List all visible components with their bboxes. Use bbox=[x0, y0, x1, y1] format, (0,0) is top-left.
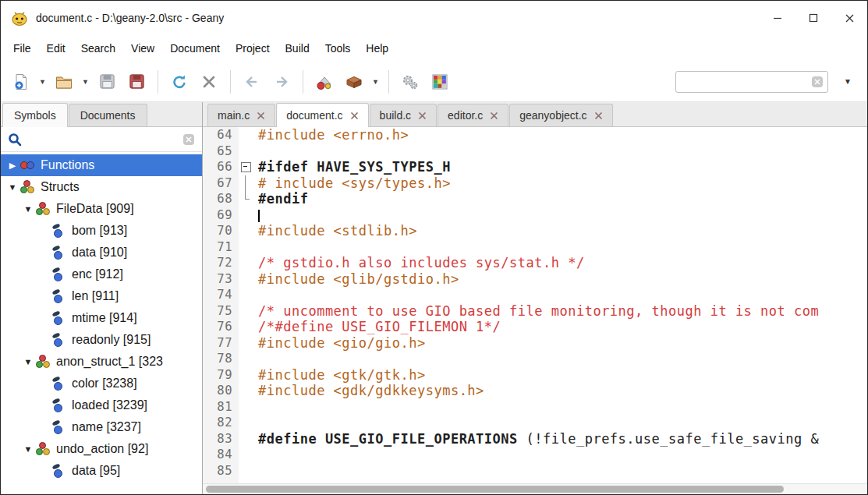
expander-icon[interactable]: ▶ bbox=[5, 161, 19, 171]
revert-button[interactable] bbox=[165, 67, 193, 97]
menu-help[interactable]: Help bbox=[358, 37, 396, 60]
tab-close-icon[interactable] bbox=[594, 111, 603, 120]
code-line[interactable]: 73#include <glib/gstdio.h> bbox=[203, 271, 867, 288]
fold-margin bbox=[239, 287, 253, 303]
menu-build[interactable]: Build bbox=[278, 37, 317, 60]
code-line[interactable]: 82 bbox=[203, 415, 867, 431]
open-file-dropdown-icon[interactable]: ▼ bbox=[80, 67, 91, 97]
code-line[interactable]: 71 bbox=[203, 239, 867, 256]
tree-item[interactable]: ▼undo_action [92] bbox=[1, 438, 202, 460]
code-line[interactable]: 79#include <gtk/gtk.h> bbox=[203, 367, 867, 384]
editor-tab-document.c[interactable]: document.c bbox=[276, 103, 368, 127]
expander-icon[interactable]: ▼ bbox=[5, 182, 19, 192]
fold-marker-icon[interactable] bbox=[239, 159, 253, 175]
tab-close-icon[interactable] bbox=[257, 111, 265, 120]
tab-close-icon[interactable] bbox=[350, 111, 359, 120]
editor-tabs: main.cdocument.cbuild.ceditor.cgeanyobje… bbox=[203, 102, 867, 127]
editor-tab-main.c[interactable]: main.c bbox=[207, 104, 275, 126]
tab-close-icon[interactable] bbox=[418, 111, 427, 120]
save-all-button[interactable] bbox=[122, 67, 151, 97]
code-line[interactable]: 70#include <stdlib.h> bbox=[203, 223, 867, 239]
horizontal-scrollbar[interactable] bbox=[203, 483, 867, 494]
line-number: 84 bbox=[203, 447, 239, 463]
execute-button[interactable] bbox=[396, 67, 424, 97]
tree-item-label: mtime [914] bbox=[72, 311, 137, 325]
build-dropdown-icon[interactable]: ▼ bbox=[370, 67, 381, 97]
save-button[interactable] bbox=[93, 67, 121, 97]
code-line[interactable]: 78 bbox=[203, 351, 867, 367]
menu-view[interactable]: View bbox=[123, 37, 162, 60]
menu-search[interactable]: Search bbox=[73, 37, 123, 60]
tree-item[interactable]: readonly [915] bbox=[1, 329, 202, 351]
new-file-button[interactable] bbox=[7, 67, 35, 97]
scrollbar-thumb[interactable] bbox=[206, 486, 784, 493]
sidebar-tab-symbols[interactable]: Symbols bbox=[2, 103, 68, 127]
expander-icon[interactable]: ▼ bbox=[21, 204, 35, 214]
code-line[interactable]: 66#ifdef HAVE_SYS_TYPES_H bbox=[203, 159, 867, 175]
tree-item[interactable]: mtime [914] bbox=[1, 307, 202, 329]
tree-item[interactable]: color [3238] bbox=[1, 373, 202, 394]
editor-tab-geanyobject.c[interactable]: geanyobject.c bbox=[509, 104, 612, 126]
expander-icon[interactable]: ▼ bbox=[21, 444, 35, 454]
close-button[interactable] bbox=[831, 1, 867, 35]
menu-edit[interactable]: Edit bbox=[39, 37, 73, 60]
menu-document[interactable]: Document bbox=[162, 37, 228, 60]
expander-icon[interactable]: ▼ bbox=[21, 357, 35, 366]
code-line[interactable]: 76/*#define USE_GIO_FILEMON 1*/ bbox=[203, 319, 867, 335]
code-line[interactable]: 83#define USE_GIO_FILE_OPERATIONS (!file… bbox=[203, 431, 867, 447]
minimize-button[interactable] bbox=[760, 1, 795, 35]
symbol-search-input[interactable] bbox=[27, 130, 177, 149]
code-line[interactable]: 65 bbox=[203, 143, 867, 160]
code-area[interactable]: 64#include <errno.h>6566#ifdef HAVE_SYS_… bbox=[203, 127, 867, 483]
maximize-button[interactable] bbox=[795, 1, 831, 35]
navigate-back-button[interactable] bbox=[238, 67, 266, 97]
code-text: # include <sys/types.h> bbox=[253, 175, 867, 192]
code-line[interactable]: 74 bbox=[203, 287, 867, 303]
tree-item[interactable]: ▼FileData [909] bbox=[1, 198, 202, 220]
code-line[interactable]: 68#endif bbox=[203, 191, 867, 207]
menu-tools[interactable]: Tools bbox=[317, 37, 359, 60]
code-line[interactable]: 81 bbox=[203, 399, 867, 415]
navigate-forward-button[interactable] bbox=[267, 67, 296, 97]
code-line[interactable]: 75/* uncomment to use GIO based file mon… bbox=[203, 303, 867, 320]
text-caret bbox=[258, 210, 260, 222]
tree-item-label: Structs bbox=[41, 180, 80, 194]
tree-item[interactable]: ▼anon_struct_1 [323 bbox=[1, 351, 202, 373]
color-chooser-button[interactable] bbox=[426, 67, 454, 97]
tree-item[interactable]: ▼Structs bbox=[1, 176, 202, 198]
build-button[interactable] bbox=[340, 67, 368, 97]
editor-tab-editor.c[interactable]: editor.c bbox=[438, 104, 508, 126]
tree-item[interactable]: enc [912] bbox=[1, 263, 202, 285]
code-line[interactable]: 80#include <gdk/gdkkeysyms.h> bbox=[203, 383, 867, 399]
editor-tab-build.c[interactable]: build.c bbox=[370, 104, 437, 126]
close-file-button[interactable] bbox=[195, 67, 223, 97]
toolbar-search-input[interactable] bbox=[675, 71, 828, 93]
code-line[interactable]: 84 bbox=[203, 447, 867, 463]
tree-item[interactable]: bom [913] bbox=[1, 220, 202, 242]
tree-item[interactable]: data [95] bbox=[1, 460, 202, 482]
fold-margin bbox=[239, 223, 253, 239]
menu-file[interactable]: File bbox=[5, 37, 39, 60]
toolbar-overflow-icon[interactable]: ▼ bbox=[838, 67, 858, 97]
tree-item[interactable]: data [910] bbox=[1, 242, 202, 263]
menu-project[interactable]: Project bbox=[228, 37, 278, 60]
tree-item[interactable]: name [3237] bbox=[1, 416, 202, 438]
clear-search-icon[interactable] bbox=[182, 133, 195, 146]
tab-close-icon[interactable] bbox=[490, 111, 498, 120]
clear-search-icon[interactable] bbox=[811, 76, 824, 88]
symbol-tree: ▶Functions▼Structs▼FileData [909]bom [91… bbox=[1, 152, 202, 494]
compile-button[interactable] bbox=[310, 67, 338, 97]
open-file-button[interactable] bbox=[50, 67, 78, 97]
code-line[interactable]: 77#include <gio/gio.h> bbox=[203, 335, 867, 352]
code-line[interactable]: 67# include <sys/types.h> bbox=[203, 175, 867, 192]
sidebar-tab-documents[interactable]: Documents bbox=[69, 104, 147, 126]
new-file-dropdown-icon[interactable]: ▼ bbox=[37, 67, 48, 97]
code-line[interactable]: 69 bbox=[203, 207, 867, 224]
member-icon bbox=[51, 419, 66, 435]
code-line[interactable]: 85 bbox=[203, 463, 867, 479]
tree-item[interactable]: loaded [3239] bbox=[1, 394, 202, 416]
tree-item[interactable]: len [911] bbox=[1, 285, 202, 307]
tree-item[interactable]: ▶Functions bbox=[1, 154, 202, 176]
code-line[interactable]: 64#include <errno.h> bbox=[203, 127, 867, 143]
code-line[interactable]: 72/* gstdio.h also includes sys/stat.h *… bbox=[203, 255, 867, 271]
